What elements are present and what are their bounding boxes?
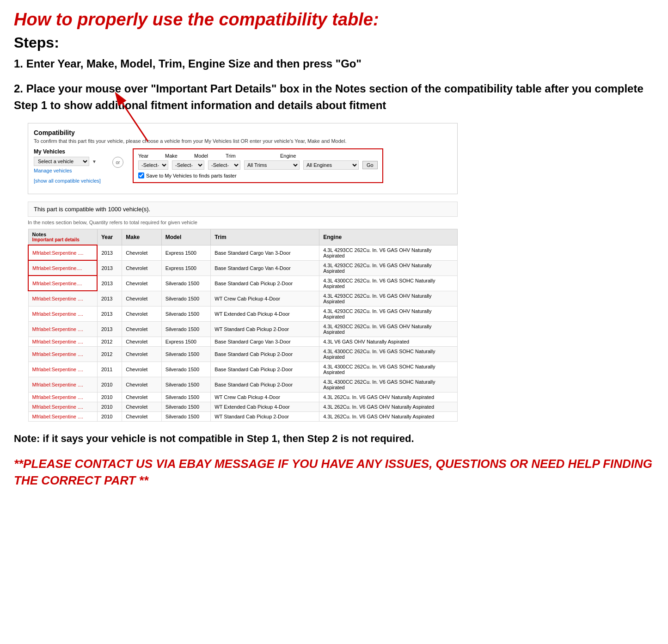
table-cell: 4.3L 4300CC 262Cu. In. V6 GAS SOHC Natur… bbox=[319, 362, 458, 377]
table-cell: 4.3L 4293CC 262Cu. In. V6 GAS OHV Natura… bbox=[319, 260, 458, 276]
engine-label: Engine bbox=[280, 153, 336, 159]
table-cell: Chevrolet bbox=[122, 337, 161, 346]
table-cell: Chevrolet bbox=[122, 276, 161, 291]
table-cell: 4.3L 4293CC 262Cu. In. V6 GAS OHV Natura… bbox=[319, 245, 458, 260]
notes-cell: Mfrlabel:Serpentine .... bbox=[28, 377, 97, 392]
table-row: Mfrlabel:Serpentine ....2013ChevroletSil… bbox=[28, 321, 458, 337]
table-cell: 4.3L 262Cu. In. V6 GAS OHV Naturally Asp… bbox=[319, 411, 458, 421]
engine-select[interactable]: All Engines bbox=[303, 160, 359, 170]
table-cell: Chevrolet bbox=[122, 392, 161, 402]
table-cell: 4.3L 4293CC 262Cu. In. V6 GAS OHV Natura… bbox=[319, 306, 458, 321]
table-cell: 2010 bbox=[97, 392, 122, 402]
notes-cell: Mfrlabel:Serpentine .... bbox=[28, 411, 97, 421]
notes-cell: Mfrlabel:Serpentine .... bbox=[28, 392, 97, 402]
or-divider: or bbox=[112, 157, 123, 168]
th-year: Year bbox=[97, 229, 122, 245]
note-text: Note: if it says your vehicle is not com… bbox=[14, 431, 654, 446]
table-cell: Chevrolet bbox=[122, 411, 161, 421]
th-engine: Engine bbox=[319, 229, 458, 245]
my-vehicles-section: My Vehicles Select a vehicle ▼ Manage ve… bbox=[34, 148, 103, 184]
contact-text: **PLEASE CONTACT US VIA EBAY MESSAGE IF … bbox=[14, 455, 654, 489]
th-model: Model bbox=[161, 229, 211, 245]
notes-cell: Mfrlabel:Serpentine .... bbox=[28, 245, 97, 260]
table-cell: Chevrolet bbox=[122, 362, 161, 377]
table-cell: WT Standard Cab Pickup 2-Door bbox=[211, 411, 319, 421]
notes-sub: Important part details bbox=[32, 237, 93, 242]
table-row: Mfrlabel:Serpentine....2013ChevroletExpr… bbox=[28, 260, 458, 276]
notes-cell: Mfrlabel:Serpentine .... bbox=[28, 337, 97, 346]
compat-subtitle: To confirm that this part fits your vehi… bbox=[34, 138, 452, 144]
trim-select[interactable]: All Trims bbox=[244, 160, 300, 170]
table-cell: Base Standard Cargo Van 3-Door bbox=[211, 337, 319, 346]
go-button[interactable]: Go bbox=[362, 161, 378, 169]
table-row: Mfrlabel:Serpentine ....2013ChevroletSil… bbox=[28, 306, 458, 321]
table-cell: 4.3L 4300CC 262Cu. In. V6 GAS SOHC Natur… bbox=[319, 377, 458, 392]
table-cell: Silverado 1500 bbox=[161, 291, 211, 306]
table-cell: Silverado 1500 bbox=[161, 402, 211, 411]
notes-cell: Mfrlabel:Serpentine .... bbox=[28, 362, 97, 377]
qty-notice: In the notes section below, Quantity ref… bbox=[28, 220, 654, 225]
table-cell: 4.3L 4293CC 262Cu. In. V6 GAS OHV Natura… bbox=[319, 291, 458, 306]
table-cell: Silverado 1500 bbox=[161, 411, 211, 421]
table-cell: Silverado 1500 bbox=[161, 346, 211, 362]
table-row: Mfrlabel:Serpentine ....2011ChevroletSil… bbox=[28, 362, 458, 377]
table-cell: Chevrolet bbox=[122, 260, 161, 276]
table-cell: Chevrolet bbox=[122, 321, 161, 337]
dropdown-arrow-icon: ▼ bbox=[92, 159, 97, 164]
table-cell: 2013 bbox=[97, 276, 122, 291]
table-cell: 4.3L V6 GAS OHV Naturally Aspirated bbox=[319, 337, 458, 346]
table-cell: Chevrolet bbox=[122, 291, 161, 306]
table-cell: 2013 bbox=[97, 306, 122, 321]
table-cell: Base Standard Cab Pickup 2-Door bbox=[211, 276, 319, 291]
table-cell: Base Standard Cab Pickup 2-Door bbox=[211, 346, 319, 362]
table-cell: Express 1500 bbox=[161, 337, 211, 346]
notes-cell: Mfrlabel:Serpentine .... bbox=[28, 306, 97, 321]
make-select[interactable]: -Select- bbox=[172, 160, 204, 170]
model-select[interactable]: -Select- bbox=[208, 160, 240, 170]
notes-cell: Mfrlabel:Serpentine .... bbox=[28, 291, 97, 306]
table-cell: Express 1500 bbox=[161, 245, 211, 260]
table-cell: 2012 bbox=[97, 346, 122, 362]
year-make-section: Year Make Model Trim Engine -Select- -Se… bbox=[133, 148, 383, 183]
table-cell: WT Extended Cab Pickup 4-Door bbox=[211, 306, 319, 321]
table-cell: 2013 bbox=[97, 245, 122, 260]
year-select[interactable]: -Select- bbox=[138, 160, 168, 170]
table-cell: 4.3L 4300CC 262Cu. In. V6 GAS SOHC Natur… bbox=[319, 346, 458, 362]
table-row: Mfrlabel:Serpentine ....2010ChevroletSil… bbox=[28, 402, 458, 411]
table-cell: Chevrolet bbox=[122, 306, 161, 321]
show-all-link[interactable]: [show all compatible vehicles] bbox=[34, 178, 101, 184]
vehicle-select[interactable]: Select a vehicle bbox=[34, 157, 89, 166]
table-cell: WT Extended Cab Pickup 4-Door bbox=[211, 402, 319, 411]
table-cell: Base Standard Cargo Van 4-Door bbox=[211, 260, 319, 276]
table-cell: 4.3L 4300CC 262Cu. In. V6 GAS SOHC Natur… bbox=[319, 276, 458, 291]
table-cell: 4.3L 4293CC 262Cu. In. V6 GAS OHV Natura… bbox=[319, 321, 458, 337]
table-cell: Silverado 1500 bbox=[161, 362, 211, 377]
compatible-notice: This part is compatible with 1000 vehicl… bbox=[28, 202, 458, 217]
table-cell: WT Crew Cab Pickup 4-Door bbox=[211, 291, 319, 306]
th-make: Make bbox=[122, 229, 161, 245]
th-trim: Trim bbox=[211, 229, 319, 245]
th-notes: Notes Important part details bbox=[28, 229, 97, 245]
model-label: Model bbox=[194, 153, 222, 159]
table-cell: 2013 bbox=[97, 260, 122, 276]
compatibility-container: Compatibility To confirm that this part … bbox=[28, 123, 458, 194]
table-cell: Silverado 1500 bbox=[161, 321, 211, 337]
table-cell: Base Standard Cab Pickup 2-Door bbox=[211, 362, 319, 377]
table-cell: Silverado 1500 bbox=[161, 392, 211, 402]
main-title: How to properly use the compatibility ta… bbox=[14, 9, 654, 31]
table-row: Mfrlabel:Serpentine ....2010ChevroletSil… bbox=[28, 411, 458, 421]
save-checkbox[interactable] bbox=[138, 172, 144, 178]
manage-vehicles-link[interactable]: Manage vehicles bbox=[34, 168, 103, 173]
table-cell: 2010 bbox=[97, 377, 122, 392]
table-cell: Express 1500 bbox=[161, 260, 211, 276]
notes-cell: Mfrlabel:Serpentine .... bbox=[28, 346, 97, 362]
table-cell: 2010 bbox=[97, 411, 122, 421]
compatibility-table: Notes Important part details Year Make M… bbox=[28, 229, 458, 422]
table-cell: Base Standard Cargo Van 3-Door bbox=[211, 245, 319, 260]
table-row: Mfrlabel:Serpentine ....2010ChevroletSil… bbox=[28, 392, 458, 402]
notes-cell: Mfrlabel:Serpentine.... bbox=[28, 276, 97, 291]
save-checkbox-label: Save to My Vehicles to finds parts faste… bbox=[146, 173, 237, 178]
table-cell: WT Crew Cab Pickup 4-Door bbox=[211, 392, 319, 402]
table-cell: 4.3L 262Cu. In. V6 GAS OHV Naturally Asp… bbox=[319, 392, 458, 402]
table-cell: Chevrolet bbox=[122, 245, 161, 260]
